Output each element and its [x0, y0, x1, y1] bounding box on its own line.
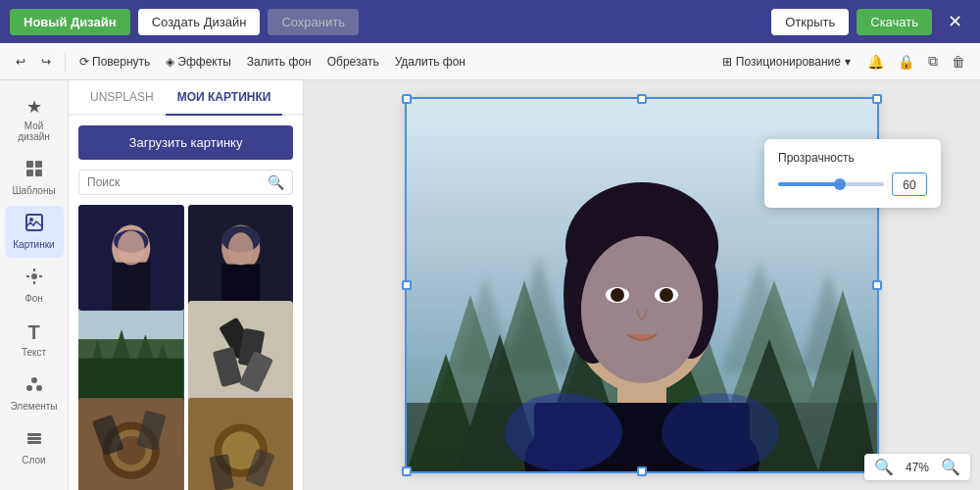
positioning-button[interactable]: ⊞ Позиционирование ▾ [714, 52, 858, 72]
left-sidebar: ★ Мой дизайн Шаблоны [0, 80, 69, 490]
canvas-area[interactable]: Прозрачность 60 🔍 47% 🔍 [304, 80, 980, 490]
svg-point-6 [31, 273, 37, 279]
chevron-down-icon: ▾ [845, 55, 851, 69]
svg-rect-15 [27, 437, 41, 440]
sidebar-item-layers[interactable]: Слои [5, 421, 64, 473]
delete-icon[interactable]: 🗑 [947, 51, 970, 73]
separator [65, 52, 66, 72]
text-icon: T [27, 321, 39, 344]
zoom-out-icon: 🔍 [874, 459, 894, 475]
copy-icon[interactable]: ⧉ [923, 50, 943, 73]
svg-rect-4 [26, 215, 42, 230]
rotate-icon: ⟳ [79, 55, 89, 69]
open-button[interactable]: Открыть [771, 9, 849, 35]
transparency-label: Прозрачность [778, 151, 927, 165]
transparency-row: 60 [778, 172, 927, 196]
zoom-out-button[interactable]: 🔍 [872, 458, 896, 476]
effects-button[interactable]: ◈ Эффекты [160, 52, 237, 72]
svg-point-84 [662, 393, 779, 471]
list-item[interactable] [78, 205, 184, 311]
transparency-popup: Прозрачность 60 [764, 139, 941, 208]
svg-point-26 [228, 232, 253, 265]
svg-point-78 [611, 288, 624, 302]
slider-thumb[interactable] [834, 178, 846, 190]
tab-unsplash[interactable]: UNSPLASH [78, 80, 166, 116]
svg-rect-20 [112, 263, 150, 311]
svg-point-5 [29, 218, 33, 221]
sidebar-item-templates[interactable]: Шаблоны [5, 152, 64, 204]
remove-bg-button[interactable]: Удалить фон [389, 52, 471, 72]
svg-rect-14 [27, 433, 41, 436]
image-grid [69, 205, 303, 490]
list-item[interactable] [188, 301, 294, 407]
download-button[interactable]: Скачать [857, 9, 932, 35]
upload-image-button[interactable]: Загрузить картинку [78, 125, 293, 160]
svg-rect-0 [26, 161, 33, 168]
tab-my-images[interactable]: МОИ КАРТИНКИ [166, 80, 283, 116]
zoom-in-icon: 🔍 [941, 459, 960, 475]
main-area: ★ Мой дизайн Шаблоны [0, 80, 980, 490]
sidebar-item-text[interactable]: T Текст [5, 314, 64, 366]
panel-tabs: UNSPLASH МОИ КАРТИНКИ [69, 80, 303, 116]
images-panel: UNSPLASH МОИ КАРТИНКИ Загрузить картинку… [69, 80, 304, 490]
redo-icon: ↪ [41, 55, 51, 69]
transparency-value[interactable]: 60 [892, 172, 927, 196]
svg-point-80 [660, 288, 673, 302]
svg-point-13 [36, 385, 42, 391]
sidebar-item-images[interactable]: Картинки [5, 206, 64, 258]
grid-icon [25, 160, 43, 182]
list-item[interactable] [188, 398, 294, 490]
elements-icon [25, 375, 43, 398]
star-icon: ★ [26, 96, 42, 118]
list-item[interactable] [78, 301, 184, 407]
sidebar-item-elements[interactable]: Элементы [5, 368, 64, 419]
search-icon: 🔍 [268, 174, 284, 190]
zoom-bar: 🔍 47% 🔍 [864, 454, 970, 480]
svg-rect-3 [35, 170, 42, 176]
zoom-in-button[interactable]: 🔍 [939, 458, 962, 476]
rotate-button[interactable]: ⟳ Повернуть [74, 52, 156, 72]
close-button[interactable]: ✕ [940, 7, 970, 36]
redo-button[interactable]: ↪ [35, 52, 57, 72]
save-button[interactable]: Сохранить [268, 9, 359, 35]
svg-point-76 [581, 236, 703, 383]
list-item[interactable] [188, 205, 294, 311]
layers-icon: ⊞ [722, 55, 732, 69]
svg-point-21 [118, 230, 144, 265]
svg-rect-2 [26, 170, 33, 176]
sidebar-item-background[interactable]: Фон [5, 260, 64, 312]
lock-icon[interactable]: 🔒 [893, 51, 919, 73]
edit-toolbar: ↩ ↪ ⟳ Повернуть ◈ Эффекты Залить фон Обр… [0, 43, 980, 80]
effects-icon: ◈ [166, 55, 174, 69]
svg-point-83 [505, 393, 622, 471]
zoom-value: 47% [902, 461, 933, 474]
svg-rect-1 [35, 161, 42, 168]
crop-button[interactable]: Обрезать [321, 52, 385, 72]
search-input[interactable] [87, 175, 268, 189]
svg-point-11 [31, 377, 37, 383]
fill-bg-button[interactable]: Залить фон [241, 52, 318, 72]
transparency-slider[interactable] [778, 182, 884, 186]
image-icon [25, 214, 43, 236]
sidebar-item-my-design[interactable]: ★ Мой дизайн [5, 88, 64, 150]
bell-icon[interactable]: 🔔 [862, 51, 889, 73]
background-icon [25, 268, 43, 290]
top-toolbar: Новый Дизайн Создать Дизайн Сохранить От… [0, 0, 980, 43]
search-bar: 🔍 [78, 170, 293, 195]
svg-point-12 [26, 385, 32, 391]
new-design-button[interactable]: Новый Дизайн [10, 9, 130, 35]
undo-button[interactable]: ↩ [10, 52, 31, 72]
svg-rect-16 [27, 441, 41, 444]
undo-icon: ↩ [16, 55, 25, 69]
list-item[interactable] [78, 398, 184, 490]
layers-stack-icon [25, 429, 43, 452]
create-design-button[interactable]: Создать Дизайн [138, 9, 261, 35]
